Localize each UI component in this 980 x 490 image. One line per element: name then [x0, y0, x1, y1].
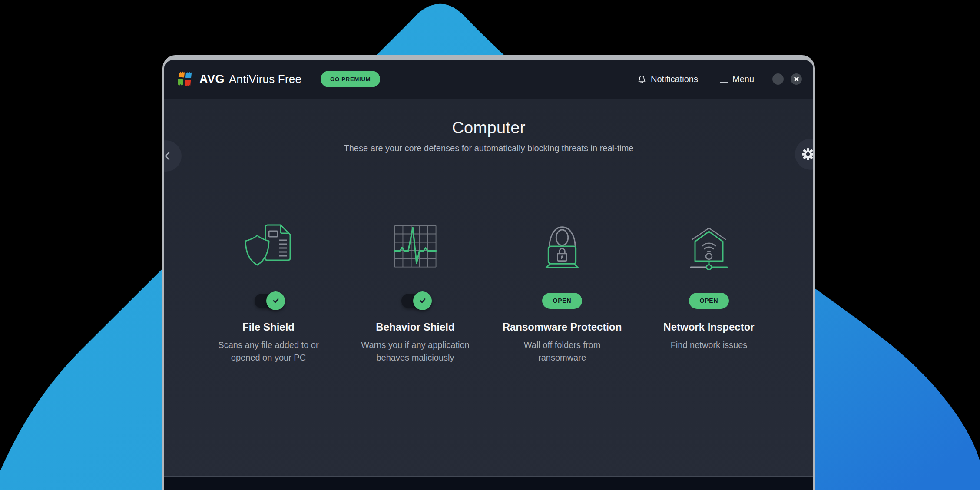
behavior-shield-toggle[interactable]	[401, 294, 429, 308]
minimize-icon	[775, 79, 781, 80]
network-inspector-open-button[interactable]: OPEN	[689, 293, 729, 309]
desktop-backdrop: AVG AntiVirus Free GO PREMIUM Notificati…	[0, 0, 980, 490]
column-divider	[489, 223, 489, 370]
feature-description: Find network issues	[671, 339, 748, 351]
feature-name: File Shield	[242, 321, 295, 333]
go-premium-button[interactable]: GO PREMIUM	[321, 71, 380, 87]
file-shield-icon	[238, 221, 299, 272]
ransomware-protection-icon	[532, 221, 593, 272]
gear-icon	[801, 148, 814, 161]
window-footer	[164, 476, 813, 490]
ransomware-protection-open-button[interactable]: OPEN	[542, 293, 583, 309]
page-title: Computer	[164, 119, 813, 137]
minimize-button[interactable]	[772, 73, 784, 85]
hero: Computer These are your core defenses fo…	[164, 99, 813, 153]
main-content: Computer These are your core defenses fo…	[164, 99, 813, 490]
brand-avg-text: AVG	[199, 73, 225, 86]
network-inspector-icon	[679, 221, 739, 272]
menu-label: Menu	[732, 74, 754, 84]
column-divider	[342, 223, 342, 370]
avg-logo-icon	[176, 70, 194, 88]
behavior-shield-icon	[383, 221, 448, 272]
column-divider	[636, 223, 636, 370]
feature-ransomware-protection: OPEN Ransomware Protection Wall off fold…	[489, 219, 636, 364]
feature-description: Wall off folders from ransomware	[524, 339, 601, 364]
file-shield-toggle[interactable]	[255, 294, 282, 308]
brand-product-text: AntiVirus Free	[229, 73, 301, 86]
feature-name: Network Inspector	[663, 321, 754, 333]
page-subtitle: These are your core defenses for automat…	[164, 143, 813, 153]
notifications-label: Notifications	[651, 74, 698, 84]
chevron-left-icon	[162, 149, 174, 162]
hamburger-icon	[720, 76, 728, 83]
check-icon	[418, 296, 427, 305]
toggle-knob	[266, 291, 285, 310]
feature-file-shield: File Shield Scans any file added to or o…	[195, 219, 342, 364]
menu-button[interactable]: Menu	[720, 74, 754, 84]
avg-antivirus-window: AVG AntiVirus Free GO PREMIUM Notificati…	[162, 55, 815, 490]
feature-name: Ransomware Protection	[503, 321, 622, 333]
feature-description: Scans any file added to or opened on you…	[218, 339, 318, 364]
feature-network-inspector: OPEN Network Inspector Find network issu…	[636, 219, 782, 364]
feature-name: Behavior Shield	[376, 321, 454, 333]
title-bar: AVG AntiVirus Free GO PREMIUM Notificati…	[164, 60, 813, 99]
feature-behavior-shield: Behavior Shield Warns you if any applica…	[342, 219, 489, 364]
feature-description: Warns you if any application behaves mal…	[361, 339, 469, 364]
check-icon	[271, 296, 280, 305]
notifications-button[interactable]: Notifications	[637, 74, 698, 84]
close-button[interactable]	[791, 73, 802, 85]
close-icon	[794, 76, 799, 82]
bell-icon	[637, 74, 647, 84]
brand: AVG AntiVirus Free	[176, 70, 301, 88]
features-row: File Shield Scans any file added to or o…	[195, 219, 782, 364]
toggle-knob	[413, 291, 432, 310]
